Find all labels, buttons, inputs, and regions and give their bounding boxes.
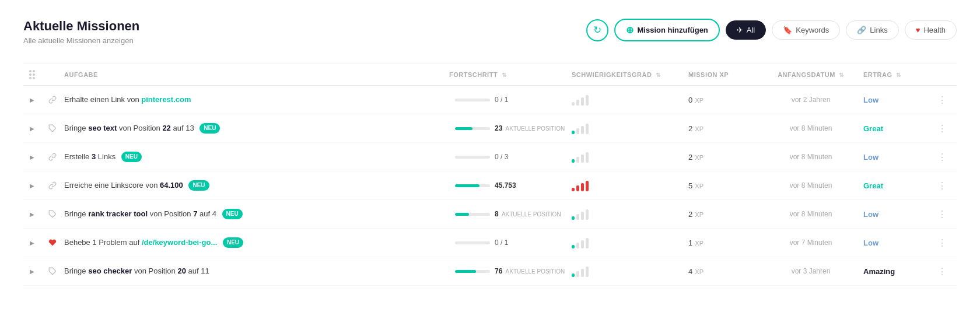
badge-neu-6: NEU <box>223 237 243 248</box>
menu-button-1[interactable]: ⋮ <box>933 94 951 106</box>
task-text-1: Erhalte einen Link von pinterest.com <box>64 94 443 105</box>
diff-bar <box>581 97 584 106</box>
row-icon-7 <box>41 267 64 275</box>
col-header-ertrag[interactable]: Ertrag ⇅ <box>863 71 933 78</box>
diff-bar <box>586 152 589 163</box>
expand-icon[interactable]: ▶ <box>27 209 37 219</box>
menu-button-3[interactable]: ⋮ <box>933 152 951 163</box>
table-header: Aufgabe Fortschritt ⇅ Schwierigkeitsgrad… <box>23 64 957 86</box>
row-expand-4[interactable]: ▶ <box>23 180 41 191</box>
progress-cell-5: 8 AKTUELLE POSITION <box>443 210 572 218</box>
header: Aktuelle Missionen Alle aktuelle Mission… <box>23 19 957 45</box>
diff-bar <box>572 274 575 277</box>
menu-button-6[interactable]: ⋮ <box>933 237 951 248</box>
row-icon-5 <box>41 210 64 218</box>
expand-icon[interactable]: ▶ <box>27 180 37 191</box>
difficulty-bars-6 <box>572 237 688 248</box>
col-header-fortschritt[interactable]: Fortschritt ⇅ <box>443 71 572 78</box>
ertrag-cell-6: Low <box>863 239 933 247</box>
difficulty-cell-5 <box>572 208 688 220</box>
task-link-6[interactable]: /de/keyword-bei-go... <box>142 238 217 247</box>
page-subtitle: Alle aktuelle Missionen anzeigen <box>23 36 139 45</box>
ertrag-cell-4: Great <box>863 181 933 190</box>
plus-icon: ⊕ <box>626 24 634 36</box>
row-expand-2[interactable]: ▶ <box>23 123 41 134</box>
progress-bar-bg-2 <box>455 127 490 130</box>
date-cell-6: vor 7 Minuten <box>758 239 863 247</box>
col-header-drag <box>23 70 41 79</box>
date-cell-2: vor 8 Minuten <box>758 124 863 132</box>
difficulty-cell-7 <box>572 265 688 277</box>
add-mission-button[interactable]: ⊕ Mission hinzufügen <box>614 19 719 41</box>
tag-svg-icon <box>48 267 57 275</box>
menu-button-7[interactable]: ⋮ <box>933 266 951 277</box>
row-expand-1[interactable]: ▶ <box>23 94 41 105</box>
row-expand-3[interactable]: ▶ <box>23 152 41 162</box>
progress-text-7: 76 AKTUELLE POSITION <box>495 267 565 275</box>
diff-bar <box>581 183 584 191</box>
ertrag-cell-1: Low <box>863 96 933 104</box>
diff-bar <box>581 155 584 163</box>
expand-icon[interactable]: ▶ <box>27 152 37 162</box>
diff-bar <box>586 124 589 134</box>
diff-bar <box>572 216 575 220</box>
diff-bar <box>581 240 584 248</box>
expand-icon[interactable]: ▶ <box>27 266 37 276</box>
tab-keywords-button[interactable]: 🔖 Keywords <box>772 20 840 40</box>
link-icon: 🔗 <box>857 26 866 34</box>
difficulty-cell-6 <box>572 237 688 248</box>
diff-bar <box>576 128 579 134</box>
difficulty-cell-3 <box>572 151 688 163</box>
expand-icon[interactable]: ▶ <box>27 237 37 248</box>
menu-button-2[interactable]: ⋮ <box>933 123 951 134</box>
progress-text-2: 23 AKTUELLE POSITION <box>495 124 565 132</box>
difficulty-bars-1 <box>572 94 688 106</box>
difficulty-cell-2 <box>572 122 688 134</box>
progress-bar-bg-1 <box>455 99 490 101</box>
diff-bar <box>581 126 584 134</box>
difficulty-bars-7 <box>572 265 688 277</box>
expand-icon[interactable]: ▶ <box>27 123 37 134</box>
table-row: ▶ Erstelle 3 Links NEU 0 / 3 <box>23 143 957 171</box>
menu-button-5[interactable]: ⋮ <box>933 209 951 220</box>
expand-icon[interactable]: ▶ <box>27 94 37 105</box>
ertrag-cell-2: Great <box>863 124 933 133</box>
progress-text-5: 8 AKTUELLE POSITION <box>495 210 561 218</box>
progress-cell-4: 45.753 <box>443 181 572 190</box>
progress-bar-bg-4 <box>455 184 490 187</box>
task-text-4: Erreiche eine Linkscore von 64.100 NEU <box>64 180 443 191</box>
row-expand-7[interactable]: ▶ <box>23 266 41 276</box>
progress-cell-1: 0 / 1 <box>443 96 572 104</box>
badge-neu-2: NEU <box>200 123 220 134</box>
progress-bar-bg-3 <box>455 156 490 159</box>
date-cell-7: vor 3 Jahren <box>758 267 863 275</box>
page-container: Aktuelle Missionen Alle aktuelle Mission… <box>0 0 980 333</box>
table-row: ▶ Bringe rank tracker tool von Position … <box>23 200 957 229</box>
diff-bar <box>576 214 579 220</box>
tab-all-label: All <box>747 26 755 34</box>
table-row: ▶ Bringe seo text von Position 22 auf 13… <box>23 114 957 143</box>
col-header-schwierigkeitsgrad[interactable]: Schwierigkeitsgrad ⇅ <box>572 71 688 78</box>
col-header-date[interactable]: Anfangsdatum ⇅ <box>758 71 863 78</box>
page-title: Aktuelle Missionen <box>23 19 139 34</box>
tag-svg-icon <box>48 124 57 132</box>
tab-health-button[interactable]: ♥ Health <box>905 20 957 40</box>
tab-health-label: Health <box>923 26 946 34</box>
date-cell-5: vor 8 Minuten <box>758 210 863 218</box>
row-icon-1 <box>41 96 64 104</box>
diff-bar <box>572 131 575 134</box>
tab-links-label: Links <box>870 26 887 34</box>
row-icon-3 <box>41 153 64 161</box>
task-link-1[interactable]: pinterest.com <box>141 95 191 104</box>
tab-all-button[interactable]: ✈ All <box>726 20 766 40</box>
refresh-button[interactable]: ↻ <box>586 19 608 41</box>
xp-cell-5: 2 XP <box>688 210 758 219</box>
row-expand-6[interactable]: ▶ <box>23 237 41 248</box>
diff-bar <box>576 157 579 163</box>
progress-cell-2: 23 AKTUELLE POSITION <box>443 124 572 132</box>
row-expand-5[interactable]: ▶ <box>23 209 41 219</box>
menu-button-4[interactable]: ⋮ <box>933 180 951 191</box>
header-left: Aktuelle Missionen Alle aktuelle Mission… <box>23 19 139 45</box>
tab-links-button[interactable]: 🔗 Links <box>846 20 898 40</box>
xp-cell-3: 2 XP <box>688 153 758 162</box>
